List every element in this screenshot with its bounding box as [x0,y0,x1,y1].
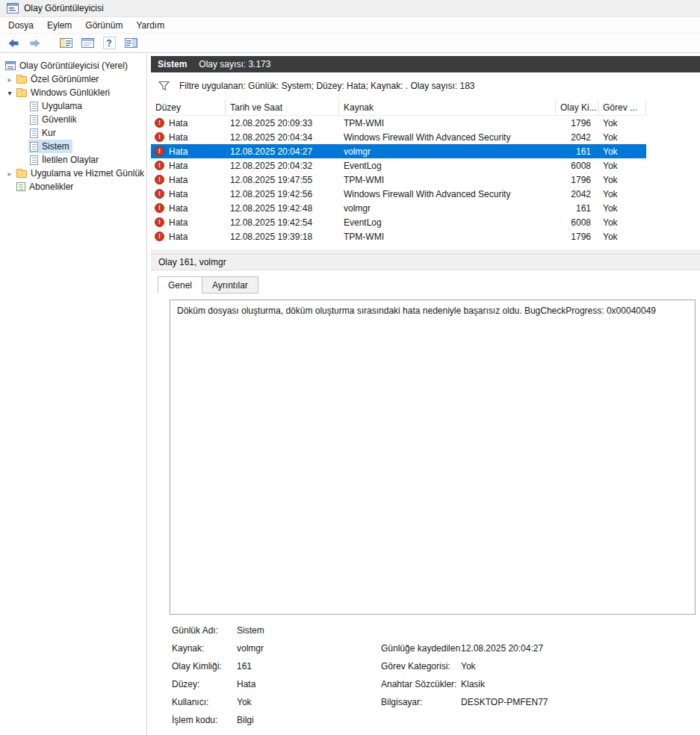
column-header-d-zey[interactable]: Düzey [151,99,226,115]
error-icon: ! [155,146,164,156]
field-label: Düzey: [172,679,237,689]
field-value: Klasik [461,679,700,689]
field-value: Yok [461,661,700,672]
cell-source: TPM-WMI [339,232,556,242]
cell-datetime: 12.08.2025 19:42:54 [226,217,339,228]
tree-item-content: Olay Görüntüleyicisi (Yerel) [4,59,131,72]
field-value: Hata [237,679,381,689]
cell-datetime: 12.08.2025 19:47:55 [226,175,339,185]
action-pane-button[interactable] [123,35,139,52]
cell-event-id: 161 [556,203,598,214]
column-header-olay-ki[interactable]: Olay Ki... [556,99,598,115]
cell-event-id: 2042 [556,132,598,143]
tree-item-label: Özel Görünümler [31,74,99,84]
event-row[interactable]: !Hata12.08.2025 20:04:27volmgr161Yok [151,144,646,158]
menubar: DosyaEylemGörünümYardım [0,17,700,34]
menu-item-yard-m[interactable]: Yardım [129,17,171,33]
event-row[interactable]: !Hata12.08.2025 19:42:54EventLog6008Yok [151,215,646,229]
tree-item-content: Güvenlik [28,113,80,126]
help-button[interactable]: ? [101,35,117,52]
event-row[interactable]: !Hata12.08.2025 20:04:32EventLog6008Yok [151,158,646,173]
log-icon [30,128,38,138]
folder-icon [16,76,27,84]
tree-item-label: Uygulama [42,101,82,111]
back-button[interactable] [5,35,22,52]
error-icon: ! [155,232,164,241]
error-icon: ! [155,118,164,128]
tab-ayr-nt-lar[interactable]: Ayrıntılar [202,276,258,294]
detail-tabs: GenelAyrıntılar [158,276,700,294]
menu-item-eylem[interactable]: Eylem [40,17,78,33]
event-list: DüzeyTarih ve SaatKaynakOlay Ki...Görev … [151,99,700,249]
cell-event-id: 1796 [556,232,598,242]
tree-item-g-venlik[interactable]: Güvenlik [0,113,146,126]
event-row[interactable]: !Hata12.08.2025 19:42:56Windows Firewall… [151,187,646,201]
tree-item-windows-g-nl-kleri[interactable]: ▾Windows Günlükleri [0,86,146,99]
window-title: Olay Görüntüleyicisi [24,3,104,13]
cell-source: volmgr [339,203,556,214]
log-header-bar: Sistem Olay sayısı: 3.173 [151,56,700,72]
column-header-g-rev[interactable]: Görev ... [598,99,646,115]
cell-task: Yok [598,118,646,128]
error-icon: ! [155,132,164,142]
tree-item-zel-g-r-n-mler[interactable]: ▸Özel Görünümler [0,72,146,86]
field-label: Kaynak: [172,643,237,654]
cell-source: Windows Firewall With Advanced Security [339,132,556,143]
field-label: Kullanıcı: [172,697,237,707]
expander-collapsed-icon[interactable]: ▸ [4,170,15,178]
error-icon: ! [155,203,164,213]
tree-item-kur[interactable]: Kur [0,126,146,140]
event-row[interactable]: !Hata12.08.2025 19:42:48volmgr161Yok [151,201,646,215]
properties-button[interactable] [79,35,96,52]
log-name: Sistem [158,59,187,69]
cell-level: !Hata [151,132,226,143]
cell-task: Yok [598,175,646,185]
tree-item-abonelikler[interactable]: Abonelikler [0,180,146,193]
tree-item-content: Sistem [28,140,72,153]
event-row[interactable]: !Hata12.08.2025 20:09:33TPM-WMI1796Yok [151,116,646,130]
tree-item-sistem[interactable]: Sistem [0,140,146,153]
list-filler [151,244,700,249]
field-label: İşlem kodu: [172,715,237,725]
tree-item-content: İletilen Olaylar [28,153,102,167]
cell-level: !Hata [151,232,226,242]
column-header-tarih-ve-saat[interactable]: Tarih ve Saat [226,99,339,115]
field-label: Anahtar Sözcükler: [381,679,461,689]
column-header-kaynak[interactable]: Kaynak [339,99,556,115]
forward-button[interactable] [27,35,43,52]
cell-level: !Hata [151,217,226,228]
tree-item-content: Özel Görünümler [15,72,102,86]
expander-collapsed-icon[interactable]: ▸ [4,75,15,84]
help-icon: ? [103,37,116,49]
cell-level-text: Hata [169,175,188,185]
cell-task: Yok [598,161,646,171]
cell-datetime: 12.08.2025 19:42:56 [226,189,339,199]
tree-item-label: Güvenlik [42,114,77,125]
event-row[interactable]: !Hata12.08.2025 20:04:34Windows Firewall… [151,130,646,144]
cell-level-text: Hata [169,189,188,199]
filter-text: Filtre uygulanan: Günlük: System; Düzey:… [179,81,475,91]
cell-datetime: 12.08.2025 20:04:32 [226,161,339,171]
expander-expanded-icon[interactable]: ▾ [4,89,15,97]
cell-datetime: 12.08.2025 20:04:27 [226,146,339,157]
field-value: DESKTOP-PMFEN77 [461,697,700,707]
event-row[interactable]: !Hata12.08.2025 19:39:18TPM-WMI1796Yok [151,229,646,244]
cell-level-text: Hata [169,161,188,171]
menu-item-dosya[interactable]: Dosya [1,17,40,33]
log-icon [30,102,38,111]
menu-item-g-r-n-m[interactable]: Görünüm [78,17,129,33]
event-description[interactable]: Döküm dosyası oluşturma, döküm oluşturma… [170,300,696,615]
cell-datetime: 12.08.2025 19:39:18 [226,232,339,242]
tab-genel[interactable]: Genel [158,276,202,294]
tree-item-i-letilen-olaylar[interactable]: İletilen Olaylar [0,153,146,167]
tree-item-uygulama[interactable]: Uygulama [0,99,146,113]
tree-item-olay-g-r-nt-leyicisi-yerel[interactable]: Olay Görüntüleyicisi (Yerel) [0,59,146,72]
table-rows: !Hata12.08.2025 20:09:33TPM-WMI1796Yok!H… [151,116,700,244]
filter-bar: Filtre uygulanan: Günlük: System; Düzey:… [151,72,700,99]
tree-item-uygulama-ve-hizmet-g-nl-k[interactable]: ▸Uygulama ve Hizmet Günlük [0,167,146,180]
event-description-text: Döküm dosyası oluşturma, döküm oluşturma… [177,306,656,316]
forward-icon [29,37,41,49]
cell-source: Windows Firewall With Advanced Security [339,189,556,199]
event-row[interactable]: !Hata12.08.2025 19:47:55TPM-WMI1796Yok [151,173,646,187]
show-console-tree-button[interactable] [58,35,74,52]
